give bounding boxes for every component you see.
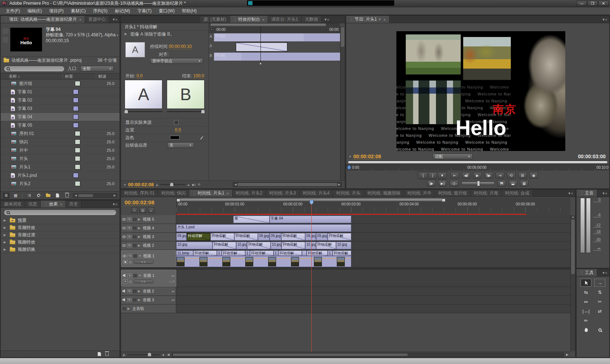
disclosure-triangle-icon[interactable]: ▶: [138, 290, 142, 293]
scroll-right-arrow[interactable]: ▶: [566, 353, 569, 356]
eye-icon[interactable]: [122, 255, 126, 257]
play-edit-icon[interactable]: ▶|: [192, 183, 195, 187]
set-marker-button[interactable]: ▼: [438, 172, 447, 179]
tab-信息[interactable]: 信息: [25, 201, 41, 208]
track-header-视频 5[interactable]: ⧉▶视频 5: [121, 215, 176, 224]
label-color-chip[interactable]: [73, 173, 78, 178]
menu-帮助(H)[interactable]: 帮助(H): [178, 7, 201, 15]
collapse-icon[interactable]: »: [209, 27, 214, 32]
mini-time-ruler[interactable]: » :00:00 00:00:: [209, 26, 340, 33]
tab-close-icon[interactable]: ×: [383, 17, 385, 22]
tab-时间线: 片尾[interactable]: 时间线: 片尾: [471, 190, 502, 197]
program-time-ruler[interactable]: 0:00 00:05:00:00 00:10:0: [346, 164, 609, 171]
duration-value[interactable]: 00:00:00:10: [169, 44, 191, 49]
zoom-slider-handle[interactable]: [170, 183, 173, 186]
scrollbar-thumb[interactable]: [173, 353, 408, 356]
timeline-clip[interactable]: 10.jpg: [176, 242, 213, 249]
list-view-button[interactable]: ≣: [3, 193, 9, 199]
timeline-transition[interactable]: 抖动溶解: [281, 233, 305, 241]
timeline-transition[interactable]: 抖动溶解: [193, 250, 217, 256]
column-label[interactable]: 标签: [62, 74, 96, 79]
mini-horizontal-scrollbar[interactable]: [209, 23, 340, 26]
timeline-zoom-slider[interactable]: [128, 354, 159, 355]
track-lock-box[interactable]: [133, 244, 137, 248]
border-color-swatch[interactable]: [170, 136, 179, 139]
eye-icon[interactable]: [122, 236, 126, 238]
track-lock-box[interactable]: [133, 289, 137, 293]
track-lock-box[interactable]: [133, 217, 137, 221]
extract-button[interactable]: ⬓: [509, 180, 517, 187]
keyframe-icon[interactable]: ◇: [129, 260, 132, 264]
track-lane-视频 2[interactable]: 10.jpg抖动溶解10.jpg抖动溶解10.jpg抖动溶解10.jpg抖动溶解…: [176, 241, 570, 250]
effects-folder-音频特效[interactable]: ▶音频特效: [1, 224, 120, 232]
effects-folder-视频特效[interactable]: ▶视频特效: [1, 239, 120, 246]
shuttle-slider[interactable]: [461, 181, 495, 185]
disclosure-triangle-icon[interactable]: ▶: [4, 233, 7, 237]
show-actual-sources-checkbox[interactable]: [174, 120, 179, 125]
tab-资源中心[interactable]: 资源中心: [85, 16, 109, 23]
column-framerate[interactable]: 帧速: [96, 74, 120, 79]
menu-编辑(E)[interactable]: 编辑(E): [24, 7, 45, 15]
timeline-transition[interactable]: 抖动溶解: [282, 242, 305, 249]
zoom-tool-button[interactable]: [594, 326, 605, 334]
track-header-音频 2[interactable]: ⧉▶音频 2⋈: [121, 287, 176, 295]
disclosure-triangle-icon[interactable]: ▼: [138, 274, 142, 277]
slide-tool-button[interactable]: ⇄: [594, 307, 605, 315]
track-lock-box[interactable]: [122, 307, 126, 311]
sync-lock-icon[interactable]: ⧉: [128, 274, 132, 278]
eye-icon[interactable]: [122, 218, 126, 221]
timeline-transition[interactable]: 抖动溶解: [210, 233, 234, 241]
zoom-slider-handle[interactable]: [148, 353, 151, 356]
track-lane-视频 3[interactable]: 09.jpg抖动溶解抖动溶解抖动溶解09.jpg09.jpg抖动溶解09.jpg…: [176, 233, 570, 241]
eye-icon[interactable]: [122, 227, 126, 229]
tab-时间线: 合成[interactable]: 时间线: 合成: [502, 190, 533, 197]
icon-view-button[interactable]: ▦: [12, 193, 19, 199]
scrollbar-thumb[interactable]: [210, 24, 326, 26]
project-item-row[interactable]: 字幕 03: [1, 105, 120, 113]
zoom-in-icon[interactable]: ▲: [187, 183, 190, 187]
set-in-point-button[interactable]: {: [419, 172, 428, 179]
timeline-clip[interactable]: 09.jpg: [258, 233, 270, 241]
disclosure-triangle-icon[interactable]: ▶: [138, 298, 142, 302]
timeline-clip[interactable]: 1: [274, 250, 278, 256]
disclosure-triangle-icon[interactable]: ▶: [138, 226, 142, 230]
scrollbar-track[interactable]: [172, 353, 564, 357]
tab-时间线: 片头1[interactable]: 时间线: 片头1×: [189, 190, 233, 197]
sync-lock-icon[interactable]: ⧉: [127, 244, 132, 248]
track-lane-视频 5[interactable]: 推字幕 04: [176, 215, 570, 224]
track-select-tool-button[interactable]: →: [594, 279, 605, 287]
tab-历史[interactable]: 历史: [66, 201, 81, 208]
scroll-right-arrow[interactable]: ▶: [114, 194, 116, 197]
timeline-transition[interactable]: 推: [233, 216, 270, 223]
track-header-音频 1[interactable]: ⧉▼音频 1⋈≋◇L R: [121, 270, 176, 287]
b-clip[interactable]: 09.jpg: [214, 53, 340, 61]
close-button[interactable]: ✕: [598, 1, 609, 6]
project-item-row[interactable]: 快闪25.0: [1, 138, 120, 146]
timeline-clip[interactable]: 10.jpg: [236, 242, 247, 249]
new-item-button[interactable]: [54, 193, 61, 199]
zoom-out-icon[interactable]: ◭: [123, 353, 125, 356]
minimize-button[interactable]: —: [577, 1, 587, 6]
zoom-in-icon[interactable]: ▲: [162, 353, 165, 356]
project-item-row[interactable]: 字幕 05: [1, 121, 120, 130]
scrollbar-thumb[interactable]: [571, 220, 575, 274]
menu-标记(M)[interactable]: 标记(M): [111, 7, 134, 15]
scrollbar-thumb[interactable]: [78, 194, 93, 197]
label-color-chip[interactable]: [73, 123, 78, 128]
timeline-clip[interactable]: 09.jpg: [305, 233, 316, 241]
rate-stretch-tool-button[interactable]: ↭: [581, 298, 591, 306]
project-item-row[interactable]: 片头225.0: [1, 180, 120, 188]
project-item-row[interactable]: 图片组25.0: [1, 79, 120, 88]
timeline-transition[interactable]: 抖动溶解: [328, 233, 351, 241]
disclosure-triangle-icon[interactable]: ▶: [138, 235, 142, 238]
tab-效果[interactable]: 效果×: [41, 201, 66, 208]
tab-工具[interactable]: 工具: [577, 269, 597, 276]
display-style-icon[interactable]: ≋: [123, 279, 128, 283]
play-preview-icon[interactable]: [3, 37, 8, 42]
track-lock-box[interactable]: [133, 254, 137, 258]
pen-tool-button[interactable]: ✏: [581, 316, 591, 324]
effects-folder-视频切换[interactable]: ▶视频切换: [1, 246, 120, 253]
zoom-level-select[interactable]: 适配▼: [433, 154, 473, 159]
menu-素材(C)[interactable]: 素材(C): [67, 7, 89, 15]
disclosure-triangle-icon[interactable]: ▶: [4, 219, 7, 222]
